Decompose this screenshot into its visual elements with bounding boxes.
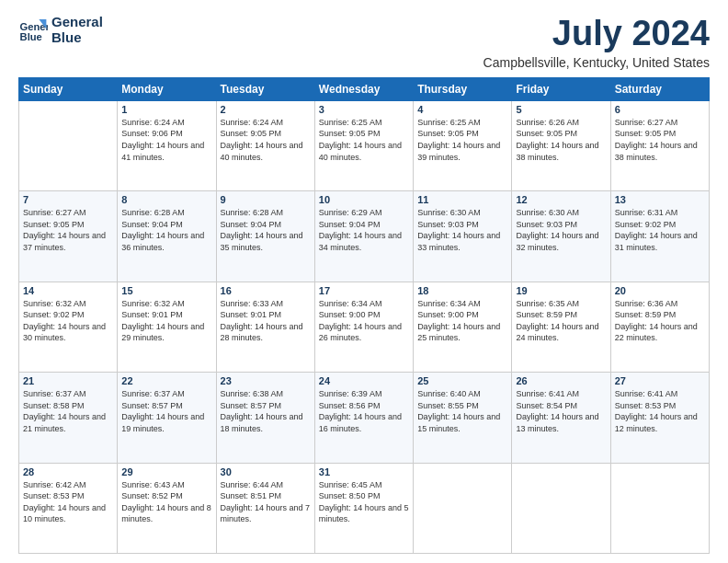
location: Campbellsville, Kentucky, United States xyxy=(483,55,710,70)
calendar-cell xyxy=(19,100,118,190)
day-number: 20 xyxy=(615,285,705,296)
calendar-week-row: 21Sunrise: 6:37 AMSunset: 8:58 PMDayligh… xyxy=(19,373,710,463)
day-number: 24 xyxy=(319,375,409,386)
calendar-cell: 27Sunrise: 6:41 AMSunset: 8:53 PMDayligh… xyxy=(610,373,709,463)
weekday-header: Wednesday xyxy=(314,77,413,100)
day-number: 13 xyxy=(615,194,705,205)
calendar-cell: 12Sunrise: 6:30 AMSunset: 9:03 PMDayligh… xyxy=(512,191,610,282)
calendar-cell: 9Sunrise: 6:28 AMSunset: 9:04 PMDaylight… xyxy=(216,191,314,282)
calendar-cell: 14Sunrise: 6:32 AMSunset: 9:02 PMDayligh… xyxy=(19,282,118,372)
day-info: Sunrise: 6:44 AMSunset: 8:51 PMDaylight:… xyxy=(221,479,311,525)
day-number: 31 xyxy=(319,466,409,477)
weekday-header-row: SundayMondayTuesdayWednesdayThursdayFrid… xyxy=(19,77,710,100)
day-number: 30 xyxy=(221,466,311,477)
day-number: 1 xyxy=(121,104,211,115)
day-info: Sunrise: 6:24 AMSunset: 9:06 PMDaylight:… xyxy=(121,117,211,163)
calendar-cell: 20Sunrise: 6:36 AMSunset: 8:59 PMDayligh… xyxy=(610,282,709,372)
day-number: 7 xyxy=(23,194,113,205)
calendar-cell: 11Sunrise: 6:30 AMSunset: 9:03 PMDayligh… xyxy=(414,191,512,282)
day-info: Sunrise: 6:42 AMSunset: 8:53 PMDaylight:… xyxy=(23,479,113,525)
day-number: 17 xyxy=(319,285,409,296)
day-info: Sunrise: 6:32 AMSunset: 9:01 PMDaylight:… xyxy=(121,298,211,344)
day-info: Sunrise: 6:28 AMSunset: 9:04 PMDaylight:… xyxy=(121,207,211,253)
calendar-cell: 13Sunrise: 6:31 AMSunset: 9:02 PMDayligh… xyxy=(610,191,709,282)
month-title: July 2024 xyxy=(483,15,710,53)
day-number: 2 xyxy=(221,104,311,115)
calendar-cell: 8Sunrise: 6:28 AMSunset: 9:04 PMDaylight… xyxy=(118,191,216,282)
calendar-cell: 28Sunrise: 6:42 AMSunset: 8:53 PMDayligh… xyxy=(19,463,118,553)
day-info: Sunrise: 6:45 AMSunset: 8:50 PMDaylight:… xyxy=(319,479,409,525)
header: General Blue General Blue July 2024 Camp… xyxy=(18,15,710,70)
day-number: 21 xyxy=(23,375,113,386)
day-number: 25 xyxy=(417,375,507,386)
day-info: Sunrise: 6:41 AMSunset: 8:53 PMDaylight:… xyxy=(615,388,705,434)
day-number: 29 xyxy=(121,466,211,477)
day-number: 14 xyxy=(23,285,113,296)
day-number: 12 xyxy=(516,194,606,205)
day-number: 6 xyxy=(615,104,705,115)
calendar-cell: 7Sunrise: 6:27 AMSunset: 9:05 PMDaylight… xyxy=(19,191,118,282)
day-info: Sunrise: 6:40 AMSunset: 8:55 PMDaylight:… xyxy=(417,388,507,434)
day-number: 16 xyxy=(221,285,311,296)
day-number: 9 xyxy=(221,194,311,205)
day-info: Sunrise: 6:27 AMSunset: 9:05 PMDaylight:… xyxy=(615,117,705,163)
day-info: Sunrise: 6:35 AMSunset: 8:59 PMDaylight:… xyxy=(516,298,606,344)
day-info: Sunrise: 6:32 AMSunset: 9:02 PMDaylight:… xyxy=(23,298,113,344)
day-number: 28 xyxy=(23,466,113,477)
calendar-cell: 4Sunrise: 6:25 AMSunset: 9:05 PMDaylight… xyxy=(414,100,512,190)
day-number: 19 xyxy=(516,285,606,296)
day-info: Sunrise: 6:43 AMSunset: 8:52 PMDaylight:… xyxy=(121,479,211,525)
day-info: Sunrise: 6:39 AMSunset: 8:56 PMDaylight:… xyxy=(319,388,409,434)
day-info: Sunrise: 6:26 AMSunset: 9:05 PMDaylight:… xyxy=(516,117,606,163)
calendar-cell: 31Sunrise: 6:45 AMSunset: 8:50 PMDayligh… xyxy=(314,463,413,553)
calendar-cell xyxy=(512,463,610,553)
day-number: 5 xyxy=(516,104,606,115)
calendar-cell: 10Sunrise: 6:29 AMSunset: 9:04 PMDayligh… xyxy=(314,191,413,282)
logo-line1: General xyxy=(51,15,103,30)
day-info: Sunrise: 6:25 AMSunset: 9:05 PMDaylight:… xyxy=(417,117,507,163)
calendar-cell: 19Sunrise: 6:35 AMSunset: 8:59 PMDayligh… xyxy=(512,282,610,372)
calendar-week-row: 7Sunrise: 6:27 AMSunset: 9:05 PMDaylight… xyxy=(19,191,710,282)
calendar-cell: 18Sunrise: 6:34 AMSunset: 9:00 PMDayligh… xyxy=(414,282,512,372)
calendar-table: SundayMondayTuesdayWednesdayThursdayFrid… xyxy=(18,77,710,554)
weekday-header: Monday xyxy=(118,77,216,100)
day-number: 18 xyxy=(417,285,507,296)
day-info: Sunrise: 6:34 AMSunset: 9:00 PMDaylight:… xyxy=(319,298,409,344)
day-number: 26 xyxy=(516,375,606,386)
day-number: 23 xyxy=(221,375,311,386)
day-number: 4 xyxy=(417,104,507,115)
weekday-header: Thursday xyxy=(414,77,512,100)
calendar-cell xyxy=(414,463,512,553)
day-info: Sunrise: 6:29 AMSunset: 9:04 PMDaylight:… xyxy=(319,207,409,253)
svg-text:Blue: Blue xyxy=(20,31,42,42)
calendar-cell: 30Sunrise: 6:44 AMSunset: 8:51 PMDayligh… xyxy=(216,463,314,553)
calendar-cell: 16Sunrise: 6:33 AMSunset: 9:01 PMDayligh… xyxy=(216,282,314,372)
day-info: Sunrise: 6:31 AMSunset: 9:02 PMDaylight:… xyxy=(615,207,705,253)
day-number: 11 xyxy=(417,194,507,205)
calendar-week-row: 1Sunrise: 6:24 AMSunset: 9:06 PMDaylight… xyxy=(19,100,710,190)
logo: General Blue General Blue xyxy=(18,15,103,45)
calendar-week-row: 28Sunrise: 6:42 AMSunset: 8:53 PMDayligh… xyxy=(19,463,710,553)
day-info: Sunrise: 6:28 AMSunset: 9:04 PMDaylight:… xyxy=(221,207,311,253)
day-info: Sunrise: 6:36 AMSunset: 8:59 PMDaylight:… xyxy=(615,298,705,344)
day-info: Sunrise: 6:30 AMSunset: 9:03 PMDaylight:… xyxy=(516,207,606,253)
calendar-cell: 17Sunrise: 6:34 AMSunset: 9:00 PMDayligh… xyxy=(314,282,413,372)
calendar-cell: 2Sunrise: 6:24 AMSunset: 9:05 PMDaylight… xyxy=(216,100,314,190)
calendar-cell xyxy=(610,463,709,553)
day-info: Sunrise: 6:33 AMSunset: 9:01 PMDaylight:… xyxy=(221,298,311,344)
calendar-cell: 26Sunrise: 6:41 AMSunset: 8:54 PMDayligh… xyxy=(512,373,610,463)
day-number: 8 xyxy=(121,194,211,205)
day-info: Sunrise: 6:25 AMSunset: 9:05 PMDaylight:… xyxy=(319,117,409,163)
day-number: 22 xyxy=(121,375,211,386)
calendar-cell: 25Sunrise: 6:40 AMSunset: 8:55 PMDayligh… xyxy=(414,373,512,463)
day-info: Sunrise: 6:38 AMSunset: 8:57 PMDaylight:… xyxy=(221,388,311,434)
logo-line2: Blue xyxy=(51,30,103,46)
calendar-cell: 23Sunrise: 6:38 AMSunset: 8:57 PMDayligh… xyxy=(216,373,314,463)
day-info: Sunrise: 6:37 AMSunset: 8:57 PMDaylight:… xyxy=(121,388,211,434)
day-info: Sunrise: 6:27 AMSunset: 9:05 PMDaylight:… xyxy=(23,207,113,253)
day-info: Sunrise: 6:30 AMSunset: 9:03 PMDaylight:… xyxy=(417,207,507,253)
day-number: 10 xyxy=(319,194,409,205)
weekday-header: Saturday xyxy=(610,77,709,100)
day-number: 15 xyxy=(121,285,211,296)
calendar-cell: 22Sunrise: 6:37 AMSunset: 8:57 PMDayligh… xyxy=(118,373,216,463)
